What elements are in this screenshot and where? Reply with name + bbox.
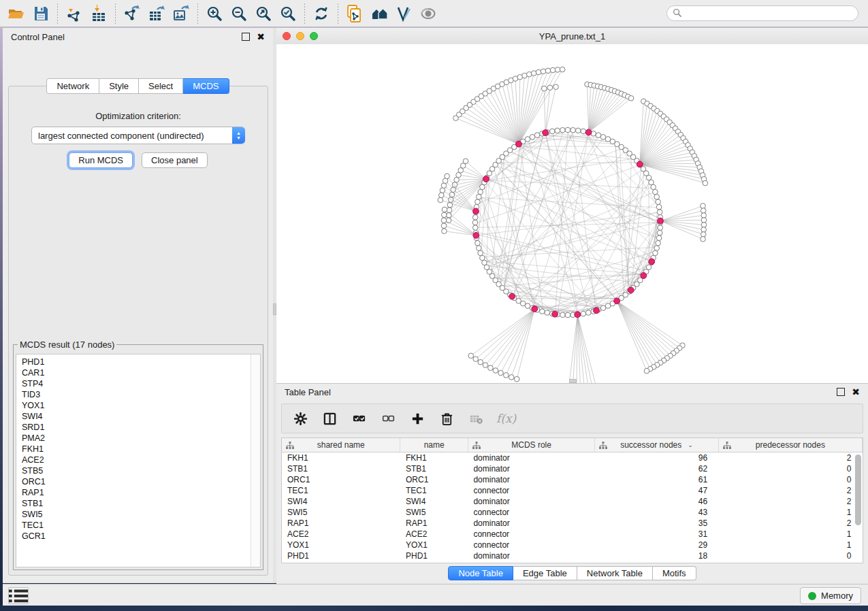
mcds-list-scrollbar[interactable] bbox=[251, 354, 260, 567]
task-history-button[interactable] bbox=[8, 587, 29, 604]
mcds-result-item[interactable]: TEC1 bbox=[22, 520, 260, 531]
tab-mcds[interactable]: MCDS bbox=[183, 78, 229, 94]
table-row[interactable]: RAP1RAP1dominator352 bbox=[282, 518, 863, 529]
mcds-result-item[interactable]: ORC1 bbox=[22, 476, 260, 487]
cell-shared-name: SWI5 bbox=[282, 507, 400, 518]
float-table-panel-icon[interactable] bbox=[837, 388, 845, 396]
mcds-result-item[interactable]: RAP1 bbox=[22, 487, 260, 498]
graphics-details-icon bbox=[395, 5, 413, 22]
settings-button[interactable] bbox=[291, 410, 309, 427]
export-image-button[interactable] bbox=[169, 3, 193, 24]
column-header-name[interactable]: name bbox=[400, 438, 468, 452]
delete-table-icon bbox=[469, 412, 483, 426]
cell-predecessor-nodes: 2 bbox=[718, 452, 862, 464]
column-header-shared-name[interactable]: shared name bbox=[282, 438, 400, 452]
cell-name: ACE2 bbox=[400, 529, 468, 540]
import-network-button[interactable] bbox=[62, 3, 86, 24]
show-hide-button[interactable] bbox=[416, 3, 440, 24]
cell-predecessor-nodes: 1 bbox=[718, 529, 862, 540]
table-row[interactable]: TEC1TEC1connector472 bbox=[282, 485, 863, 496]
node-table-container: shared namenameMCDS rolesuccessor nodes⌄… bbox=[281, 437, 863, 563]
status-bar: Memory bbox=[3, 584, 868, 606]
tab-motifs[interactable]: Motifs bbox=[653, 566, 696, 580]
deselect-all-button[interactable] bbox=[379, 410, 397, 427]
mcds-result-item[interactable]: PHD1 bbox=[22, 357, 260, 367]
run-mcds-button[interactable]: Run MCDS bbox=[69, 152, 133, 168]
cell-successor-nodes: 18 bbox=[595, 550, 718, 561]
save-session-button[interactable] bbox=[29, 3, 53, 24]
cell-name: TEC1 bbox=[400, 485, 468, 496]
tab-node-table[interactable]: Node Table bbox=[448, 566, 513, 580]
network-canvas[interactable] bbox=[276, 44, 868, 383]
export-table-button[interactable] bbox=[144, 3, 169, 24]
export-network-button[interactable] bbox=[120, 3, 144, 24]
cell-name: RAP1 bbox=[400, 518, 468, 529]
new-network-from-selection-button[interactable] bbox=[342, 3, 367, 24]
cell-shared-name: FKH1 bbox=[282, 452, 400, 464]
close-panel-button[interactable]: Close panel bbox=[142, 152, 208, 168]
cell-name: FKH1 bbox=[400, 452, 468, 464]
search-input[interactable] bbox=[685, 7, 858, 20]
memory-button[interactable]: Memory bbox=[800, 587, 861, 604]
table-row[interactable]: ORC1ORC1dominator610 bbox=[282, 474, 863, 485]
mcds-result-item[interactable]: STP4 bbox=[22, 378, 260, 389]
import-table-button[interactable] bbox=[86, 3, 111, 24]
zoom-selected-button[interactable] bbox=[276, 3, 300, 24]
control-panel-titlebar: Control Panel ✖ bbox=[3, 28, 273, 46]
mcds-result-item[interactable]: YOX1 bbox=[22, 400, 260, 411]
close-panel-icon[interactable]: ✖ bbox=[257, 33, 265, 40]
table-row[interactable]: SWI4SWI4dominator462 bbox=[282, 496, 863, 507]
add-column-button[interactable] bbox=[408, 410, 426, 427]
mcds-result-item[interactable]: SRD1 bbox=[22, 422, 260, 433]
column-header-successor-nodes[interactable]: successor nodes⌄ bbox=[595, 438, 718, 452]
table-row[interactable]: FKH1FKH1dominator962 bbox=[282, 452, 863, 464]
tab-edge-table[interactable]: Edge Table bbox=[513, 566, 577, 580]
mcds-result-item[interactable]: GCR1 bbox=[22, 531, 260, 542]
cell-predecessor-nodes: 1 bbox=[718, 540, 862, 550]
mcds-result-item[interactable]: SWI5 bbox=[22, 509, 260, 520]
column-header-predecessor-nodes[interactable]: predecessor nodes bbox=[718, 438, 862, 452]
toolbar-separator bbox=[304, 3, 305, 24]
function-builder-button: f(x) bbox=[496, 410, 516, 427]
graphics-details-button[interactable] bbox=[391, 3, 416, 24]
delete-column-button[interactable] bbox=[438, 410, 455, 427]
zoom-fit-button[interactable] bbox=[251, 3, 276, 24]
tab-select[interactable]: Select bbox=[139, 78, 183, 94]
mcds-result-item[interactable]: CAR1 bbox=[22, 367, 260, 378]
zoom-in-button[interactable] bbox=[202, 3, 227, 24]
show-column-button[interactable] bbox=[321, 410, 338, 427]
cell-shared-name: TEC1 bbox=[282, 485, 400, 496]
table-row[interactable]: SWI5SWI5connector431 bbox=[282, 507, 863, 518]
zoom-out-button[interactable] bbox=[227, 3, 251, 24]
column-header-mcds-role[interactable]: MCDS role bbox=[468, 438, 594, 452]
table-row[interactable]: PHD1PHD1dominator180 bbox=[282, 550, 863, 561]
cell-successor-nodes: 29 bbox=[595, 540, 718, 550]
cell-predecessor-nodes: 2 bbox=[718, 518, 862, 529]
close-table-panel-icon[interactable]: ✖ bbox=[852, 389, 860, 395]
mcds-result-item[interactable]: PMA2 bbox=[22, 433, 260, 444]
table-row[interactable]: STB1STB1dominator620 bbox=[282, 463, 863, 474]
mcds-result-item[interactable]: STB5 bbox=[22, 465, 260, 476]
table-row[interactable]: ACE2ACE2connector311 bbox=[282, 529, 863, 540]
mcds-result-item[interactable]: TID3 bbox=[22, 389, 260, 400]
mcds-result-item[interactable]: SWI4 bbox=[22, 411, 260, 422]
cell-name: ORC1 bbox=[400, 474, 468, 485]
table-row[interactable]: YOX1YOX1connector291 bbox=[282, 540, 863, 550]
optimization-criterion-select[interactable]: largest connected component (undirected)… bbox=[31, 127, 245, 144]
tab-network-table[interactable]: Network Table bbox=[577, 566, 653, 580]
mcds-result-item[interactable]: STB1 bbox=[22, 498, 260, 509]
table-scrollbar-thumb[interactable] bbox=[855, 455, 861, 525]
mcds-result-item[interactable]: ACE2 bbox=[22, 455, 260, 465]
tab-network[interactable]: Network bbox=[46, 78, 99, 94]
cell-name: PHD1 bbox=[400, 550, 468, 561]
refresh-button[interactable] bbox=[309, 3, 334, 24]
mcds-result-item[interactable]: FKH1 bbox=[22, 444, 260, 455]
shared-column-icon bbox=[472, 442, 481, 449]
first-neighbors-button[interactable] bbox=[367, 3, 391, 24]
float-panel-icon[interactable] bbox=[242, 33, 250, 41]
select-all-button[interactable] bbox=[350, 410, 368, 427]
cell-shared-name: PHD1 bbox=[282, 550, 400, 561]
open-file-button[interactable] bbox=[4, 3, 29, 24]
houses-icon bbox=[370, 5, 388, 22]
tab-style[interactable]: Style bbox=[99, 78, 139, 94]
